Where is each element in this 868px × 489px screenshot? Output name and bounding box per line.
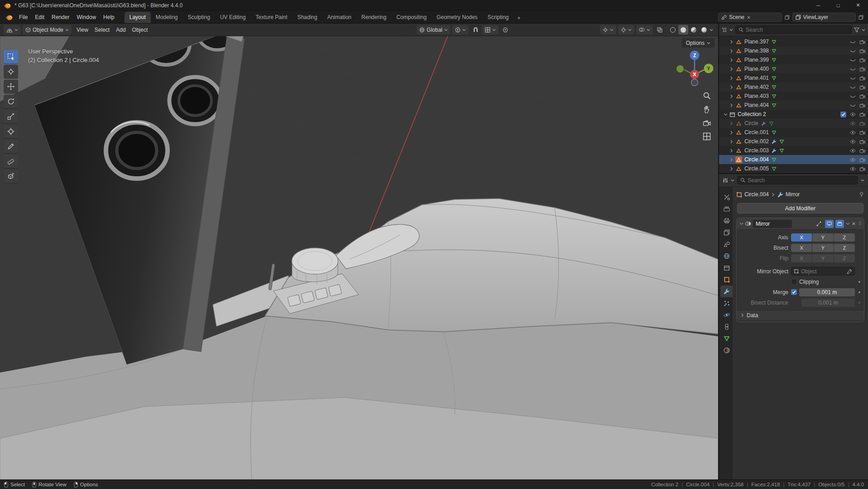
modifier-name-field[interactable]: Mirror: [753, 220, 792, 228]
shading-solid-button[interactable]: [678, 25, 688, 34]
app-menu-button[interactable]: [3, 13, 15, 22]
outliner-editor-icon[interactable]: [722, 27, 727, 33]
tool-select-box[interactable]: [4, 50, 18, 63]
outliner-item-collection-2[interactable]: Collection 2: [719, 110, 868, 119]
workspace-tab-layout[interactable]: Layout: [125, 12, 151, 23]
outliner-item-plane-403[interactable]: Plane.403: [719, 92, 868, 101]
eye-closed-icon[interactable]: [850, 66, 856, 72]
flip-y-button[interactable]: Y: [812, 254, 833, 262]
outliner-item-circle-001[interactable]: Circle.001: [719, 128, 868, 137]
camera-disable-icon[interactable]: [859, 57, 865, 63]
camera-disable-icon[interactable]: [859, 111, 865, 117]
workspace-tab-texture-paint[interactable]: Texture Paint: [251, 12, 293, 23]
proportional-editing-toggle[interactable]: [500, 25, 510, 34]
mode-selector[interactable]: Object Mode: [23, 25, 72, 34]
properties-tab-tool[interactable]: [720, 191, 733, 203]
toggle-render-display[interactable]: [835, 220, 844, 228]
gizmo-neg-z-ball[interactable]: [691, 79, 698, 86]
chevron-down-icon[interactable]: [731, 179, 734, 182]
axis-y-button[interactable]: Y: [812, 233, 833, 242]
camera-disable-icon[interactable]: [859, 93, 865, 99]
properties-tab-object[interactable]: [720, 274, 733, 286]
properties-tab-collection[interactable]: [720, 262, 733, 274]
expand-icon[interactable]: [729, 67, 734, 71]
pivot-point-selector[interactable]: [452, 25, 469, 34]
gizmo-neg-y-ball[interactable]: [676, 65, 684, 73]
expand-icon[interactable]: [729, 158, 734, 162]
properties-tab-world[interactable]: [720, 250, 733, 262]
breadcrumb-object[interactable]: Circle.004: [744, 191, 769, 198]
flip-z-button[interactable]: Z: [834, 254, 855, 262]
eye-icon[interactable]: [850, 166, 856, 172]
tool-rotate[interactable]: [4, 95, 18, 108]
toggle-on-cage-display[interactable]: [815, 220, 823, 228]
zoom-button[interactable]: [703, 92, 711, 100]
minimize-button[interactable]: ─: [808, 0, 828, 10]
unlink-scene-icon[interactable]: [747, 15, 751, 19]
properties-search[interactable]: [737, 176, 858, 184]
camera-disable-icon[interactable]: [859, 39, 865, 45]
new-scene-button[interactable]: [784, 15, 791, 20]
expand-icon[interactable]: [729, 103, 734, 107]
shading-material-button[interactable]: [689, 25, 699, 34]
properties-tab-constraints[interactable]: [720, 321, 733, 333]
bisect-distance-field[interactable]: 0.001 m: [801, 299, 855, 307]
view-layer-selector[interactable]: ViewLayer: [792, 13, 856, 22]
eyedropper-icon[interactable]: [847, 269, 852, 274]
outliner-item-plane-398[interactable]: Plane.398: [719, 46, 868, 55]
object-visibility-dropdown[interactable]: [600, 25, 616, 34]
animate-property-dot[interactable]: [858, 302, 861, 304]
menu-window[interactable]: Window: [73, 12, 100, 22]
camera-disable-icon[interactable]: [859, 66, 865, 72]
merge-threshold-field[interactable]: 0.001 m: [799, 288, 855, 296]
eye-closed-icon[interactable]: [850, 39, 856, 45]
clipping-checkbox[interactable]: [791, 279, 797, 285]
camera-disable-icon[interactable]: [859, 102, 865, 108]
pan-button[interactable]: [703, 105, 711, 113]
toggle-orthographic-button[interactable]: [703, 132, 711, 140]
menu-edit[interactable]: Edit: [31, 12, 48, 22]
new-view-layer-button[interactable]: [858, 15, 864, 20]
workspace-tab-geometry-nodes[interactable]: Geometry Nodes: [432, 12, 483, 23]
expand-icon[interactable]: [729, 85, 734, 89]
expand-icon[interactable]: [729, 40, 734, 44]
viewport-scene[interactable]: [0, 24, 718, 479]
properties-tab-physics[interactable]: [720, 309, 733, 321]
data-subpanel-header[interactable]: Data: [737, 310, 864, 320]
pin-icon[interactable]: [858, 192, 864, 198]
eye-icon[interactable]: [850, 130, 856, 136]
menu-help[interactable]: Help: [100, 12, 118, 22]
camera-disable-icon[interactable]: [859, 148, 865, 154]
breadcrumb-modifier[interactable]: Mirror: [786, 191, 800, 198]
shading-wireframe-button[interactable]: [668, 25, 678, 34]
viewport-menu-select[interactable]: Select: [91, 25, 113, 34]
camera-disable-icon[interactable]: [859, 130, 865, 136]
outliner-item-plane-401[interactable]: Plane.401: [719, 73, 868, 82]
tool-measure[interactable]: [4, 155, 18, 168]
outliner-item-circle-002[interactable]: Circle.002: [719, 137, 868, 146]
collapse-icon[interactable]: [724, 112, 728, 116]
expand-icon[interactable]: [729, 149, 734, 153]
eye-icon[interactable]: [850, 157, 856, 163]
expand-icon[interactable]: [729, 49, 734, 53]
gizmos-dropdown[interactable]: [618, 25, 634, 34]
camera-disable-icon[interactable]: [859, 121, 865, 126]
scene-selector[interactable]: Scene: [718, 13, 782, 22]
properties-tab-output[interactable]: [720, 215, 733, 227]
eye-icon[interactable]: [850, 139, 856, 145]
expand-icon[interactable]: [729, 121, 734, 126]
toggle-realtime-display[interactable]: [825, 220, 834, 228]
outliner-item-plane-402[interactable]: Plane.402: [719, 82, 868, 92]
snap-toggle[interactable]: [470, 25, 480, 34]
outliner-item-plane-399[interactable]: Plane.399: [719, 55, 868, 64]
modifier-extras-icon[interactable]: [846, 222, 850, 226]
maximize-button[interactable]: □: [828, 0, 848, 10]
merge-checkbox[interactable]: [791, 289, 797, 295]
viewport-menu-add[interactable]: Add: [113, 25, 129, 34]
outliner-item-plane-397[interactable]: Plane.397: [719, 37, 868, 46]
properties-editor-icon[interactable]: [723, 178, 728, 183]
overlays-dropdown[interactable]: [636, 25, 653, 34]
eye-closed-icon[interactable]: [850, 57, 856, 63]
outliner-item-circle-004[interactable]: Circle.004: [719, 155, 868, 164]
remove-modifier-icon[interactable]: [852, 222, 856, 226]
